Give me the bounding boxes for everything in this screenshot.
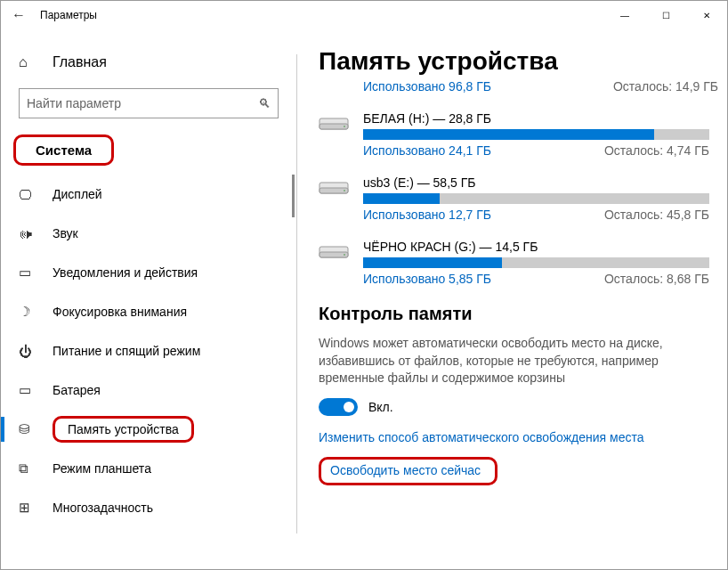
display-icon: 🖵: [19, 187, 36, 202]
titlebar: ← Параметры — ☐ ✕: [1, 1, 727, 29]
nav-tablet[interactable]: ⧉ Режим планшета: [1, 449, 296, 488]
nav-power[interactable]: ⏻ Питание и спящий режим: [1, 331, 296, 370]
storage-sense-desc: Windows может автоматически освободить м…: [319, 335, 701, 387]
drive-item[interactable]: usb3 (E:) — 58,5 ГБ Использовано 12,7 ГБ…: [319, 175, 718, 222]
drive-item[interactable]: БЕЛАЯ (H:) — 28,8 ГБ Использовано 24,1 Г…: [319, 111, 718, 158]
nav-focus[interactable]: ☽ Фокусировка внимания: [1, 292, 296, 331]
remain-label: Осталось: 45,8 ГБ: [604, 208, 709, 222]
sound-icon: 🕪: [19, 226, 36, 241]
used-label: Использовано 12,7 ГБ: [363, 208, 491, 222]
usage-bar: [363, 129, 709, 140]
home-label: Главная: [53, 54, 107, 70]
nav-label: Питание и спящий режим: [53, 344, 200, 358]
hdd-icon: [319, 113, 349, 133]
free-space-link[interactable]: Освободить место сейчас: [319, 457, 497, 485]
usage-bar: [363, 257, 709, 268]
focus-icon: ☽: [19, 304, 36, 320]
close-button[interactable]: ✕: [686, 1, 727, 29]
nav-notifications[interactable]: ▭ Уведомления и действия: [1, 253, 296, 292]
toggle-label: Вкл.: [368, 400, 393, 414]
change-link[interactable]: Изменить способ автоматического освобожд…: [319, 430, 718, 444]
svg-point-2: [344, 126, 345, 127]
home-nav[interactable]: ⌂ Главная: [1, 47, 296, 77]
storage-sense-toggle[interactable]: [319, 398, 358, 416]
nav-label: Дисплей: [53, 187, 102, 201]
nav-label: Уведомления и действия: [53, 265, 198, 280]
search-input[interactable]: Найти параметр 🔍︎: [19, 88, 279, 118]
back-button[interactable]: ←: [8, 7, 29, 23]
nav-label: Звук: [53, 226, 78, 240]
used-label: Использовано 24,1 ГБ: [363, 143, 491, 158]
nav-sound[interactable]: 🕪 Звук: [1, 214, 296, 253]
nav-label: Память устройства: [53, 416, 194, 443]
remain-label: Осталось: 8,68 ГБ: [604, 272, 709, 286]
nav-label: Режим планшета: [53, 461, 151, 476]
search-icon: 🔍︎: [258, 96, 271, 110]
storage-icon: ⛁: [19, 421, 36, 437]
used-label: Использовано 5,85 ГБ: [363, 272, 491, 286]
nav-storage[interactable]: ⛁ Память устройства: [1, 410, 296, 449]
scrollbar-thumb[interactable]: [292, 175, 295, 217]
notifications-icon: ▭: [19, 265, 36, 281]
nav-multitask[interactable]: ⊞ Многозадачность: [1, 488, 296, 527]
hdd-icon: [319, 177, 349, 197]
maximize-button[interactable]: ☐: [645, 1, 686, 29]
window-title: Параметры: [40, 9, 97, 21]
nav-battery[interactable]: ▭ Батарея: [1, 370, 296, 410]
section-system: Система: [13, 134, 114, 166]
drive-name: БЕЛАЯ (H:) — 28,8 ГБ: [363, 111, 709, 126]
sidebar: ⌂ Главная Найти параметр 🔍︎ Система 🖵 Ди…: [1, 29, 296, 569]
svg-point-5: [344, 190, 345, 191]
power-icon: ⏻: [19, 344, 36, 359]
minimize-button[interactable]: —: [604, 1, 645, 29]
content-pane: Память устройства Использовано 96,8 ГБ О…: [296, 29, 727, 569]
remain-label: Осталось: 14,9 ГБ: [613, 79, 718, 94]
search-placeholder: Найти параметр: [27, 96, 121, 110]
drive-summary: Использовано 96,8 ГБ Осталось: 14,9 ГБ: [363, 79, 718, 94]
battery-icon: ▭: [19, 382, 36, 398]
nav-label: Многозадачность: [53, 501, 153, 515]
hdd-icon: [319, 241, 349, 261]
tablet-icon: ⧉: [19, 460, 36, 476]
used-label: Использовано 96,8 ГБ: [363, 79, 491, 94]
nav-label: Фокусировка внимания: [53, 305, 187, 319]
page-title: Память устройства: [319, 47, 718, 76]
home-icon: ⌂: [19, 54, 36, 70]
nav-label: Батарея: [53, 383, 101, 397]
drive-name: ЧЁРНО КРАСН (G:) — 14,5 ГБ: [363, 240, 709, 254]
window-controls: — ☐ ✕: [604, 1, 727, 29]
remain-label: Осталось: 4,74 ГБ: [604, 143, 709, 158]
drive-name: usb3 (E:) — 58,5 ГБ: [363, 175, 709, 190]
svg-point-8: [344, 254, 345, 256]
drive-item[interactable]: ЧЁРНО КРАСН (G:) — 14,5 ГБ Использовано …: [319, 240, 718, 286]
usage-bar: [363, 193, 709, 204]
storage-sense-title: Контроль памяти: [319, 304, 718, 324]
multitask-icon: ⊞: [19, 500, 36, 516]
nav-display[interactable]: 🖵 Дисплей: [1, 175, 296, 214]
